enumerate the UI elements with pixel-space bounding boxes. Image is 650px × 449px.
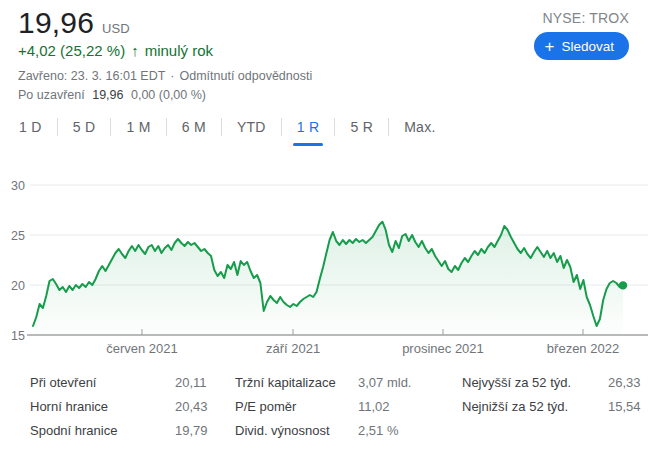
separator-dot: · — [170, 69, 174, 83]
current-price: 19,96 — [18, 6, 94, 40]
stat-label: Nejnižší za 52 týd. — [462, 399, 608, 414]
svg-text:červen 2021: červen 2021 — [106, 341, 178, 356]
price-chart[interactable]: červen 2021září 2021prosinec 2021březen … — [0, 165, 650, 365]
up-arrow-icon: ↑ — [131, 42, 139, 59]
tab-ytd[interactable]: YTD — [222, 114, 281, 140]
stat-label: Horní hranice — [30, 399, 175, 414]
stat-value: 26,33 — [608, 375, 650, 390]
stat-label: P/E poměr — [235, 399, 358, 414]
svg-text:25: 25 — [11, 229, 25, 243]
stat-value: 3,07 mld. — [358, 375, 462, 390]
stat-value: 2,51 % — [358, 423, 462, 438]
stat-value: 15,54 — [608, 399, 650, 414]
tab-6m[interactable]: 6 M — [167, 114, 221, 140]
stat-value: 20,43 — [175, 399, 235, 414]
after-hours-line: Po uzavření 19,96 0,00 (0,00 %) — [18, 88, 206, 102]
key-stats-table: Při otevření 20,11 Tržní kapitalizace 3,… — [30, 370, 650, 442]
range-tabs: 1 D 5 D 1 M 6 M YTD 1 R 5 R Max. — [4, 112, 451, 142]
closed-at-text: Zavřeno: 23. 3. 16:01 EDT — [18, 69, 165, 83]
stat-value: 19,79 — [175, 423, 235, 438]
tab-5d[interactable]: 5 D — [58, 114, 111, 140]
tab-1r[interactable]: 1 R — [282, 114, 335, 140]
stock-quote-widget: 19,96 USD +4,02 (25,22 %) ↑ minulý rok Z… — [0, 0, 650, 449]
currency-label: USD — [102, 21, 129, 36]
market-status-line: Zavřeno: 23. 3. 16:01 EDT·Odmítnutí odpo… — [18, 69, 312, 83]
stat-label: Nejvyšší za 52 týd. — [462, 375, 608, 390]
stat-label: Spodní hranice — [30, 423, 175, 438]
svg-text:prosinec 2021: prosinec 2021 — [402, 341, 484, 356]
tab-5r[interactable]: 5 R — [335, 114, 388, 140]
stat-label: Tržní kapitalizace — [235, 375, 358, 390]
after-hours-label: Po uzavření — [18, 88, 85, 102]
tab-1m[interactable]: 1 M — [111, 114, 165, 140]
exchange-ticker: NYSE: TROX — [542, 10, 629, 26]
tab-max[interactable]: Max. — [389, 114, 451, 140]
after-hours-price: 19,96 — [92, 88, 123, 102]
price-change: +4,02 (25,22 %) — [18, 42, 125, 59]
svg-text:září 2021: září 2021 — [266, 341, 320, 356]
follow-button[interactable]: + Sledovat — [534, 32, 629, 60]
stat-label: Při otevření — [30, 375, 175, 390]
stat-value: 20,11 — [175, 375, 235, 390]
price-row: 19,96 USD — [18, 6, 130, 40]
price-change-row: +4,02 (25,22 %) ↑ minulý rok — [18, 42, 213, 59]
change-period: minulý rok — [145, 42, 213, 59]
svg-text:březen 2022: březen 2022 — [547, 341, 619, 356]
after-hours-change: 0,00 (0,00 %) — [131, 88, 206, 102]
stat-label: Divid. výnosnost — [235, 423, 358, 438]
disclaimer-link[interactable]: Odmítnutí odpovědnosti — [179, 69, 312, 83]
plus-icon: + — [545, 38, 555, 55]
stat-value: 11,02 — [358, 399, 462, 414]
tab-1d[interactable]: 1 D — [4, 114, 57, 140]
svg-text:20: 20 — [11, 279, 25, 293]
follow-button-label: Sledovat — [561, 39, 614, 54]
svg-text:30: 30 — [11, 179, 25, 193]
svg-text:15: 15 — [11, 329, 25, 343]
